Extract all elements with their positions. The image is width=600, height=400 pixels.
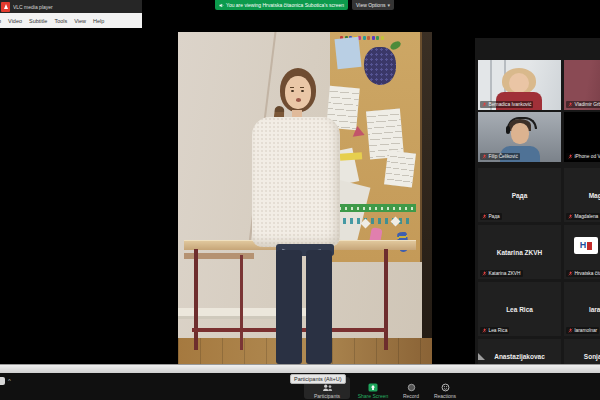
vlc-menu-subtitle: Subtitle [29, 18, 47, 24]
participants-tooltip: Participants (Alt+U) [290, 374, 346, 384]
face [285, 76, 311, 109]
vlc-titlebar: VLC media player [0, 0, 142, 13]
video-tile-bernadica[interactable]: Bernadica Ivanković [478, 60, 561, 110]
zoom-meeting-window: VLC media player Audio Video Subtitle To… [0, 0, 600, 400]
video-tile-iphone[interactable]: iPhone od Ve [564, 112, 600, 162]
desk-leg [194, 249, 198, 350]
jeans [276, 244, 334, 364]
head [280, 68, 316, 112]
white-fluffy-sweater [252, 117, 340, 247]
paper-grapes [364, 47, 396, 85]
participants-icon [322, 384, 333, 392]
name-tile-lea-rica[interactable]: Lea Rica Lea Rica [478, 282, 561, 336]
muted-mic-icon [568, 328, 573, 333]
share-banner-pill: You are viewing Hrvatska čitaonica Subot… [215, 0, 348, 10]
muted-mic-icon [482, 102, 487, 107]
participant-name-label: laramolnar [566, 327, 599, 334]
share-screen-icon [368, 383, 378, 392]
bulletin-board-edge [422, 32, 432, 342]
name-tile-magdalena[interactable]: Magdalena Magdalena [564, 168, 600, 222]
name-tile-rada[interactable]: Рада Рада [478, 168, 561, 222]
chevron-up-icon: ^ [8, 377, 11, 385]
name-tile-hrvatska-citaonica[interactable]: H Hrvatska čitaonica [564, 225, 600, 279]
girl-presenting [242, 62, 352, 364]
name-tile-katarina[interactable]: Katarina ZKVH Katarina ZKVH [478, 225, 561, 279]
vlc-window-title: VLC media player [13, 4, 133, 10]
muted-mic-icon [482, 271, 487, 276]
participant-display-name: Sonja Konkolj [564, 339, 600, 364]
participant-name-label: Hrvatska čitaonica [566, 270, 600, 277]
meeting-toolbar: ^ Participants (Alt+U) Participants Shar… [0, 373, 600, 400]
name-tile-laramolnar[interactable]: laramolnar laramolnar [564, 282, 600, 336]
shared-screen-video [178, 32, 432, 364]
participant-name-label: Katarina ZKVH [480, 270, 523, 277]
video-tile-vladimir[interactable]: Vladimir Grb [564, 60, 600, 110]
audio-icon [0, 377, 5, 385]
participant-name-label: iPhone od Ve [566, 153, 600, 160]
organization-logo: H [574, 237, 598, 254]
vlc-cone-icon [1, 2, 10, 12]
share-banner-text: You are viewing Hrvatska čitaonica Subot… [226, 2, 344, 8]
join-audio-button-partial[interactable]: ^ [0, 377, 11, 385]
muted-mic-icon [568, 271, 573, 276]
participant-display-name: Anastazijakovac [478, 339, 561, 364]
screen-share-banner: You are viewing Hrvatska čitaonica Subot… [215, 0, 394, 10]
muted-mic-icon [568, 102, 573, 107]
participant-name-label: Lea Rica [480, 327, 509, 334]
muted-mic-icon [568, 154, 573, 159]
desk-leg [384, 249, 388, 350]
reactions-smiley-icon [441, 383, 450, 392]
logo-red-mark [587, 242, 592, 250]
participant-name-label: Filip Čeliković [480, 153, 520, 160]
muted-mic-icon [482, 214, 487, 219]
vlc-menubar: Audio Video Subtitle Tools View Help [0, 13, 142, 28]
vlc-menu-audio: Audio [0, 18, 1, 24]
pink-drawing [351, 125, 364, 137]
view-options-label: View Options [356, 2, 385, 8]
white-paper [384, 150, 416, 187]
chevron-down-icon [387, 2, 390, 8]
vlc-menu-tools: Tools [54, 18, 67, 24]
view-options-button[interactable]: View Options [352, 0, 394, 10]
participant-name-label: Bernadica Ivanković [480, 101, 533, 108]
video-tile-filip[interactable]: Filip Čeliković [478, 112, 561, 162]
muted-mic-icon [482, 154, 487, 159]
vlc-menu-help: Help [93, 18, 104, 24]
participants-video-panel: Bernadica Ivanković Vladimir Grb [475, 38, 600, 364]
vlc-menu-view: View [74, 18, 86, 24]
participant-name-label: Рада [480, 213, 502, 220]
panel-resize-handle[interactable] [478, 353, 485, 360]
name-tile-anastazijakovac[interactable]: Anastazijakovac Anastazijakovac [478, 339, 561, 364]
participant-name-label: Vladimir Grb [566, 101, 600, 108]
muted-mic-icon [568, 214, 573, 219]
reactions-button[interactable]: Reactions [422, 377, 468, 399]
speaker-icon [219, 3, 224, 8]
muted-mic-icon [482, 328, 487, 333]
vlc-menu-video: Video [8, 18, 22, 24]
record-icon [407, 383, 416, 392]
participant-name-label: Magdalena [566, 213, 600, 220]
name-tile-sonja[interactable]: Sonja Konkolj Sonja Konkolj [564, 339, 600, 364]
